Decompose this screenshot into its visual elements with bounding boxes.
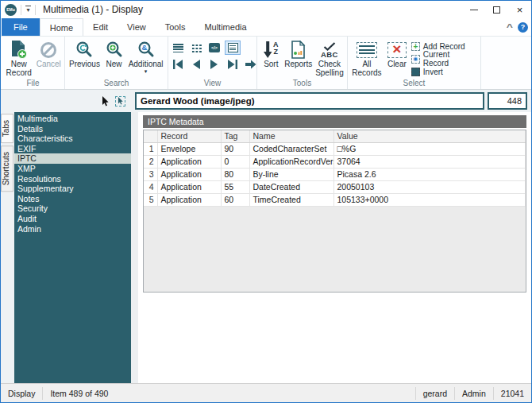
invert-selection-label: Invert [423, 68, 443, 76]
reports-button[interactable]: Reports [283, 37, 314, 69]
last-record-button[interactable] [225, 57, 241, 72]
column-header-tag[interactable]: Tag [221, 130, 249, 142]
tab-edit[interactable]: Edit [83, 18, 118, 36]
table-row[interactable]: 3 Application 80 By-line Picasa 2.6 [144, 168, 526, 180]
minimize-button[interactable] [462, 1, 485, 18]
sidebar-item-multimedia[interactable]: Multimedia [14, 114, 131, 124]
search-additional-button[interactable]: & Additional ▾ [125, 37, 166, 73]
cell-tag[interactable]: 55 [221, 180, 249, 193]
current-record-button[interactable]: ◉ Current Record [411, 53, 477, 64]
search-new-button[interactable]: New [102, 37, 125, 69]
column-header-rownum[interactable] [144, 130, 157, 142]
sidebar-item-admin[interactable]: Admin [14, 224, 131, 234]
search-previous-button[interactable]: Previous [67, 37, 102, 69]
sidebar-item-resolutions[interactable]: Resolutions [14, 174, 131, 184]
clear-selection-button[interactable]: × Clear [384, 37, 410, 69]
sidebar-item-notes[interactable]: Notes [14, 194, 131, 204]
all-records-button[interactable]: All Records [349, 37, 384, 77]
cell-value[interactable]: 37064 [333, 155, 526, 168]
view-code-button[interactable]: </> [206, 41, 222, 55]
first-record-button[interactable] [170, 57, 186, 72]
select-mode-icon[interactable] [115, 96, 125, 107]
ribbon-group-tools: AZ Sort Reports ABC [257, 37, 348, 89]
ribbon-group-select: All Records × Clear + Add Record ◉ Curre… [348, 37, 481, 89]
help-icon[interactable]: ? [518, 22, 528, 33]
sidebar-item-supplementary[interactable]: Supplementary [14, 184, 131, 194]
cell-value[interactable]: Picasa 2.6 [333, 168, 526, 180]
tab-multimedia[interactable]: Multimedia [195, 18, 256, 36]
sort-button[interactable]: AZ Sort [259, 37, 283, 69]
goto-record-button[interactable] [243, 57, 259, 72]
previous-record-button[interactable] [188, 57, 204, 72]
view-details-button[interactable] [225, 41, 241, 55]
cell-name[interactable]: CodedCharacterSet [249, 142, 333, 155]
column-header-value[interactable]: Value [333, 130, 526, 142]
sidebar-item-exif[interactable]: EXIF [14, 144, 131, 154]
cell-record[interactable]: Application [157, 180, 221, 193]
collapse-ribbon-icon[interactable]: ^ [507, 23, 513, 32]
cursor-arrow-icon[interactable] [102, 96, 110, 107]
sidebar-item-details[interactable]: Details [14, 124, 131, 134]
table-row[interactable]: 4 Application 55 DateCreated 20050103 [144, 180, 526, 193]
app-window: EMu ▾ Multimedia (1) - Display × File Ho… [0, 0, 532, 403]
invert-selection-button[interactable]: Invert [411, 66, 477, 77]
cell-record[interactable]: Envelope [157, 142, 221, 155]
quick-access-dropdown-icon[interactable]: ▾ [25, 6, 31, 14]
view-list-button[interactable] [170, 41, 186, 55]
view-grid-button[interactable] [188, 41, 204, 55]
close-button[interactable]: × [508, 1, 531, 18]
cell-name[interactable]: By-line [249, 168, 333, 180]
close-icon: × [517, 5, 523, 15]
cell-value[interactable]: □%G [333, 142, 526, 155]
grid-view-icon [191, 44, 202, 52]
check-spelling-button[interactable]: ABC Check Spelling [314, 37, 345, 77]
column-header-record[interactable]: Record [157, 130, 221, 142]
sidebar-item-characteristics[interactable]: Characteristics [14, 134, 131, 144]
all-records-label: All Records [349, 60, 384, 77]
sidebar-item-iptc[interactable]: IPTC [14, 153, 131, 164]
tab-view[interactable]: View [118, 18, 156, 36]
cell-value[interactable]: 20050103 [333, 180, 526, 193]
next-record-button[interactable] [206, 57, 222, 72]
vertical-tab-shortcuts[interactable]: Shortcuts [1, 145, 13, 192]
tab-tools[interactable]: Tools [156, 18, 195, 36]
iptc-grid: Record Tag Name Value 1 Envelope 90 Code… [143, 130, 526, 293]
ribbon-group-search: Previous New & Additional ▾ Search [65, 37, 168, 89]
search-new-icon [106, 39, 123, 60]
sidebar-item-security[interactable]: Security [14, 203, 131, 214]
column-header-name[interactable]: Name [249, 130, 333, 142]
tab-file[interactable]: File [2, 18, 40, 36]
cell-tag[interactable]: 0 [221, 155, 249, 168]
sidebar-item-xmp[interactable]: XMP [14, 164, 131, 174]
cell-tag[interactable]: 90 [221, 142, 249, 155]
svg-text:&: & [141, 43, 147, 52]
new-record-button[interactable]: New Record [3, 37, 34, 77]
table-row[interactable]: 5 Application 60 TimeCreated 105133+0000 [144, 193, 526, 206]
cell-name[interactable]: ApplicationRecordVersion [249, 155, 333, 168]
vertical-tab-tabs[interactable]: Tabs [1, 114, 13, 143]
row-number: 1 [144, 142, 157, 155]
search-previous-label: Previous [69, 60, 100, 69]
cell-record[interactable]: Application [157, 193, 221, 206]
cell-tag[interactable]: 60 [221, 193, 249, 206]
table-row[interactable]: 1 Envelope 90 CodedCharacterSet □%G [144, 142, 526, 155]
cell-record[interactable]: Application [157, 168, 221, 180]
statusbar: Display Item 489 of 490 gerard Admin 210… [1, 383, 531, 402]
tab-home[interactable]: Home [40, 18, 83, 36]
check-spelling-label: Check Spelling [314, 60, 345, 77]
cell-tag[interactable]: 80 [221, 168, 249, 180]
vertical-tabstrip: Tabs Shortcuts [1, 112, 14, 383]
cell-name[interactable]: TimeCreated [249, 193, 333, 206]
table-row[interactable]: 2 Application 0 ApplicationRecordVersion… [144, 155, 526, 168]
cell-name[interactable]: DateCreated [249, 180, 333, 193]
maximize-button[interactable] [485, 1, 508, 18]
search-group-label: Search [67, 79, 166, 89]
chevron-down-icon: ▾ [145, 69, 148, 73]
cell-record[interactable]: Application [157, 155, 221, 168]
splitter[interactable] [131, 112, 138, 383]
sidebar-item-audit[interactable]: Audit [14, 214, 131, 224]
minimize-icon [470, 10, 478, 10]
previous-record-icon [191, 60, 201, 69]
cell-value[interactable]: 105133+0000 [333, 193, 526, 206]
main-panel: IPTC Metadata Record Tag Name Value 1 En… [138, 112, 531, 383]
